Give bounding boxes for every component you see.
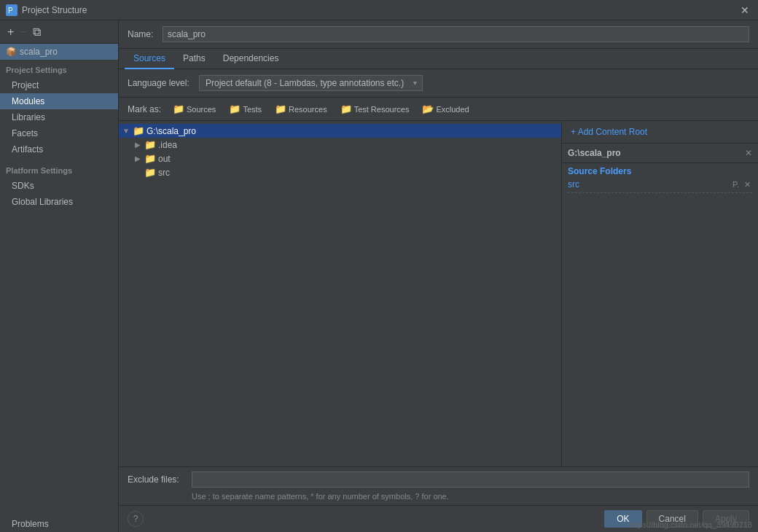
folder-out-icon: 📁 xyxy=(144,153,156,164)
folder-sources-icon: 📁 xyxy=(173,103,184,114)
add-content-root-button[interactable]: + Add Content Root xyxy=(568,125,650,138)
content-area: Name: Sources Paths Dependencies Languag… xyxy=(119,20,758,532)
folder-excluded-icon: 📂 xyxy=(422,103,434,114)
folder-resources-icon: 📁 xyxy=(275,103,286,114)
language-level-label: Language level: xyxy=(128,78,193,88)
name-row: Name: xyxy=(119,20,758,49)
tree-label-out: out xyxy=(158,154,171,164)
mark-sources-button[interactable]: 📁 Sources xyxy=(168,102,220,116)
mark-tests-button[interactable]: 📁 Tests xyxy=(224,102,266,116)
content-root-item: G:\scala_pro ✕ xyxy=(562,144,758,163)
sidebar-item-sdks[interactable]: SDKs xyxy=(0,178,118,194)
tab-sources[interactable]: Sources xyxy=(125,49,174,69)
close-button[interactable]: ✕ xyxy=(738,3,752,17)
name-label: Name: xyxy=(128,29,157,39)
bottom-area: Exclude files: Use ; to separate name pa… xyxy=(119,466,758,505)
name-input[interactable] xyxy=(163,26,749,42)
exclude-files-label: Exclude files: xyxy=(128,474,186,485)
split-area: ▼ 📁 G:\scala_pro ▶ 📁 .idea ▶ 📁 out xyxy=(119,121,758,466)
mark-resources-button[interactable]: 📁 Resources xyxy=(270,102,332,116)
add-button[interactable]: + xyxy=(6,26,15,38)
source-folder-entry: src P. ✕ xyxy=(562,178,758,191)
tree-item-src[interactable]: ▶ 📁 src xyxy=(119,165,561,179)
ok-button[interactable]: OK xyxy=(604,510,641,528)
folder-test-resources-icon: 📁 xyxy=(340,103,352,114)
content-root-name: G:\scala_pro xyxy=(568,148,621,158)
sidebar-item-facets[interactable]: Facets xyxy=(0,125,118,141)
sidebar-item-modules[interactable]: Modules xyxy=(0,93,118,109)
folder-root-icon: 📁 xyxy=(133,125,144,136)
source-folder-actions: P. ✕ xyxy=(731,180,752,189)
module-item[interactable]: 📦 scala_pro xyxy=(0,44,118,60)
title-bar: P Project Structure ✕ xyxy=(0,0,758,20)
sidebar-item-libraries[interactable]: Libraries xyxy=(0,109,118,125)
window-title: Project Structure xyxy=(22,5,87,15)
source-folder-pkg-button[interactable]: P. xyxy=(731,180,741,189)
title-bar-left: P Project Structure xyxy=(6,4,87,16)
language-level-select[interactable]: Project default (8 - Lambdas, type annot… xyxy=(199,75,423,91)
platform-settings-header: Platform Settings xyxy=(0,157,118,178)
project-settings-header: Project Settings xyxy=(0,60,118,77)
module-label: scala_pro xyxy=(20,47,58,57)
tab-paths[interactable]: Paths xyxy=(174,49,214,69)
tree-label-idea: .idea xyxy=(158,140,177,150)
app-icon: P xyxy=(6,4,17,16)
right-panel: + Add Content Root G:\scala_pro ✕ Source… xyxy=(561,121,758,466)
tabs-bar: Sources Paths Dependencies xyxy=(119,49,758,69)
remove-button[interactable]: − xyxy=(18,26,28,38)
tab-dependencies[interactable]: Dependencies xyxy=(214,49,288,69)
file-tree[interactable]: ▼ 📁 G:\scala_pro ▶ 📁 .idea ▶ 📁 out xyxy=(119,121,561,466)
right-panel-toolbar: + Add Content Root xyxy=(562,121,758,144)
mark-excluded-button[interactable]: 📂 Excluded xyxy=(418,102,473,116)
source-folder-name: src xyxy=(568,179,579,189)
exclude-files-row: Exclude files: xyxy=(128,472,749,488)
sidebar-item-problems[interactable]: Problems xyxy=(0,516,118,532)
sidebar-toolbar: + − ⧉ xyxy=(0,20,118,44)
tree-item-out[interactable]: ▶ 📁 out xyxy=(119,152,561,165)
sidebar-item-global-libraries[interactable]: Global Libraries xyxy=(0,194,118,210)
tree-arrow-idea: ▶ xyxy=(133,141,142,149)
folder-src-icon: 📁 xyxy=(144,167,156,178)
help-button[interactable]: ? xyxy=(128,511,144,527)
svg-text:P: P xyxy=(8,7,13,15)
cancel-button[interactable]: Cancel xyxy=(646,510,698,528)
content-root-close-button[interactable]: ✕ xyxy=(745,148,752,158)
source-folders-header: Source Folders xyxy=(562,163,758,178)
tree-root-item[interactable]: ▼ 📁 G:\scala_pro xyxy=(119,124,561,138)
folder-idea-icon: 📁 xyxy=(144,139,156,150)
content-root-header: G:\scala_pro ✕ xyxy=(568,148,752,158)
exclude-files-input[interactable] xyxy=(192,472,749,488)
source-folder-divider xyxy=(568,192,752,193)
tree-item-idea[interactable]: ▶ 📁 .idea xyxy=(119,138,561,152)
sidebar: + − ⧉ 📦 scala_pro Project Settings Proje… xyxy=(0,20,119,532)
exclude-files-hint: Use ; to separate name patterns, * for a… xyxy=(128,490,749,501)
sidebar-item-project[interactable]: Project xyxy=(0,77,118,93)
tree-label-src: src xyxy=(158,168,170,178)
dialog-buttons: ? OK Cancel Apply xyxy=(119,505,758,532)
tree-arrow-root: ▼ xyxy=(122,127,130,135)
tree-root-label: G:\scala_pro xyxy=(146,126,196,136)
mark-test-resources-button[interactable]: 📁 Test Resources xyxy=(336,102,414,116)
module-icon: 📦 xyxy=(6,47,17,57)
main-container: + − ⧉ 📦 scala_pro Project Settings Proje… xyxy=(0,20,758,532)
apply-button[interactable]: Apply xyxy=(703,510,749,528)
language-level-wrapper: Project default (8 - Lambdas, type annot… xyxy=(199,75,423,91)
sidebar-item-artifacts[interactable]: Artifacts xyxy=(0,141,118,157)
folder-tests-icon: 📁 xyxy=(229,103,241,114)
tree-arrow-out: ▶ xyxy=(133,154,142,163)
mark-as-row: Mark as: 📁 Sources 📁 Tests 📁 Resources 📁… xyxy=(119,98,758,121)
source-folder-remove-button[interactable]: ✕ xyxy=(743,180,752,189)
copy-button[interactable]: ⧉ xyxy=(31,26,42,38)
mark-as-label: Mark as: xyxy=(128,104,161,114)
language-level-row: Language level: Project default (8 - Lam… xyxy=(119,69,758,98)
